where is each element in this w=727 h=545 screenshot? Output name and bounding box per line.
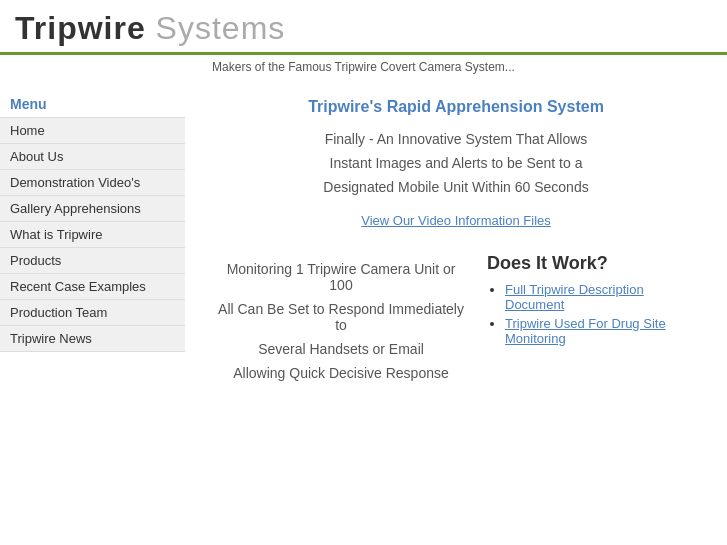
middle-section: Monitoring 1 Tripwire Camera Unit or 100… — [205, 253, 707, 389]
bullet-item-2: Tripwire Used For Drug Site Monitoring — [505, 316, 697, 346]
menu-item-what[interactable]: What is Tripwire — [0, 221, 185, 247]
does-it-work-heading: Does It Work? — [487, 253, 697, 274]
video-link[interactable]: View Our Video Information Files — [361, 213, 551, 228]
hero-title: Tripwire's Rapid Apprehension System — [205, 98, 707, 116]
sidebar: Menu Home About Us Demonstration Video's… — [0, 78, 185, 399]
title-tripwire: Tripwire — [15, 10, 146, 46]
menu-item-gallery[interactable]: Gallery Apprehensions — [0, 195, 185, 221]
mid-line4: Allowing Quick Decisive Response — [215, 365, 467, 381]
menu-link-products[interactable]: Products — [0, 248, 185, 273]
hero-line2: Instant Images and Alerts to be Sent to … — [205, 155, 707, 171]
menu-link-home[interactable]: Home — [0, 118, 185, 143]
menu-link-demo[interactable]: Demonstration Video's — [0, 170, 185, 195]
menu-item-about[interactable]: About Us — [0, 143, 185, 169]
tagline: Makers of the Famous Tripwire Covert Cam… — [0, 55, 727, 78]
mid-line3: Several Handsets or Email — [215, 341, 467, 357]
menu-item-cases[interactable]: Recent Case Examples — [0, 273, 185, 299]
menu-item-home[interactable]: Home — [0, 117, 185, 143]
menu-item-news[interactable]: Tripwire News — [0, 325, 185, 352]
middle-right: Does It Work? Full Tripwire Description … — [477, 253, 707, 389]
header: Tripwire Systems — [0, 0, 727, 55]
menu-link-news[interactable]: Tripwire News — [0, 326, 185, 351]
mid-line2: All Can Be Set to Respond Immediately to — [215, 301, 467, 333]
title-systems: Systems — [146, 10, 286, 46]
site-title: Tripwire Systems — [15, 10, 712, 47]
menu-item-production[interactable]: Production Team — [0, 299, 185, 325]
menu-item-products[interactable]: Products — [0, 247, 185, 273]
menu-list: Home About Us Demonstration Video's Gall… — [0, 117, 185, 352]
mid-line1: Monitoring 1 Tripwire Camera Unit or 100 — [215, 261, 467, 293]
hero-line1: Finally - An Innovative System That Allo… — [205, 131, 707, 147]
menu-label: Menu — [0, 88, 185, 117]
menu-item-demo[interactable]: Demonstration Video's — [0, 169, 185, 195]
hero-section: Tripwire's Rapid Apprehension System Fin… — [205, 88, 707, 243]
menu-link-cases[interactable]: Recent Case Examples — [0, 274, 185, 299]
menu-link-what[interactable]: What is Tripwire — [0, 222, 185, 247]
menu-link-gallery[interactable]: Gallery Apprehensions — [0, 196, 185, 221]
bullet-link-2[interactable]: Tripwire Used For Drug Site Monitoring — [505, 316, 666, 346]
main-layout: Menu Home About Us Demonstration Video's… — [0, 78, 727, 399]
bullet-list: Full Tripwire Description Document Tripw… — [487, 282, 697, 346]
bullet-link-1[interactable]: Full Tripwire Description Document — [505, 282, 644, 312]
menu-link-production[interactable]: Production Team — [0, 300, 185, 325]
middle-left: Monitoring 1 Tripwire Camera Unit or 100… — [205, 253, 477, 389]
bullet-item-1: Full Tripwire Description Document — [505, 282, 697, 312]
hero-line3: Designated Mobile Unit Within 60 Seconds — [205, 179, 707, 195]
menu-link-about[interactable]: About Us — [0, 144, 185, 169]
content-area: Tripwire's Rapid Apprehension System Fin… — [185, 78, 727, 399]
